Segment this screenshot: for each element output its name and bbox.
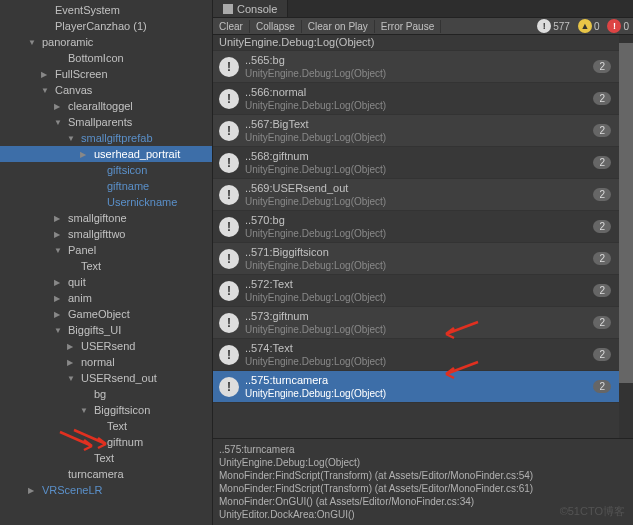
log-line-2: UnityEngine.Debug:Log(Object) [245,195,593,208]
hierarchy-row[interactable]: ▶smallgiftone [0,210,212,226]
hierarchy-row[interactable]: ▼USERsend_out [0,370,212,386]
log-line-1: ..567:BigText [245,118,593,131]
collapse-count-badge: 2 [593,220,611,233]
collapse-count-badge: 2 [593,92,611,105]
hierarchy-row[interactable]: giftnum [0,434,212,450]
hierarchy-row[interactable]: ▼panoramic [0,34,212,50]
expand-toggle[interactable]: ▶ [54,230,66,239]
hierarchy-row[interactable]: giftname [0,178,212,194]
hierarchy-row[interactable]: ▶clearalltoggel [0,98,212,114]
console-item[interactable]: !..566:normalUnityEngine.Debug:Log(Objec… [213,83,619,115]
console-scrollbar[interactable] [619,35,633,438]
hierarchy-row[interactable]: Text [0,418,212,434]
expand-toggle[interactable]: ▶ [41,70,53,79]
hierarchy-row[interactable]: ▼Smallparents [0,114,212,130]
warn-count[interactable]: ▲ 0 [574,19,604,33]
hierarchy-row[interactable]: Text [0,258,212,274]
hierarchy-row[interactable]: ▶quit [0,274,212,290]
hierarchy-row[interactable]: ▶USERsend [0,338,212,354]
collapse-count-badge: 2 [593,316,611,329]
expand-toggle[interactable]: ▼ [54,326,66,335]
hierarchy-item-label: FullScreen [53,68,108,80]
collapse-count-badge: 2 [593,252,611,265]
expand-toggle[interactable]: ▼ [67,134,79,143]
collapse-count-badge: 2 [593,188,611,201]
console-item[interactable]: !..569:USERsend_outUnityEngine.Debug:Log… [213,179,619,211]
hierarchy-item-label: USERsend_out [79,372,157,384]
console-item[interactable]: !..572:TextUnityEngine.Debug:Log(Object)… [213,275,619,307]
console-item[interactable]: !..571:BiggiftsiconUnityEngine.Debug:Log… [213,243,619,275]
expand-toggle[interactable]: ▼ [54,246,66,255]
console-item[interactable]: !..570:bgUnityEngine.Debug:Log(Object)2 [213,211,619,243]
hierarchy-row[interactable]: BottomIcon [0,50,212,66]
error-pause-button[interactable]: Error Pause [375,20,441,33]
expand-toggle[interactable]: ▼ [80,406,92,415]
hierarchy-item-label: anim [66,292,92,304]
hierarchy-row[interactable]: giftsicon [0,162,212,178]
expand-toggle[interactable]: ▶ [54,294,66,303]
hierarchy-item-label: Biggifts_UI [66,324,121,336]
hierarchy-row[interactable]: ▼Canvas [0,82,212,98]
hierarchy-row[interactable]: ▶userhead_portrait [0,146,212,162]
hierarchy-row[interactable]: ▼Biggifts_UI [0,322,212,338]
clear-button[interactable]: Clear [213,20,250,33]
expand-toggle[interactable]: ▼ [28,38,40,47]
hierarchy-panel[interactable]: EventSystemPlayerCanzhao (1)▼panoramicBo… [0,0,212,525]
hierarchy-row[interactable]: Text [0,450,212,466]
log-line-2: UnityEngine.Debug:Log(Object) [245,67,593,80]
log-info-icon: ! [219,153,239,173]
expand-toggle[interactable]: ▼ [54,118,66,127]
hierarchy-row[interactable]: ▼smallgiftprefab [0,130,212,146]
hierarchy-row[interactable]: turncamera [0,466,212,482]
hierarchy-row[interactable]: ▶normal [0,354,212,370]
log-line-1: ..566:normal [245,86,593,99]
hierarchy-row[interactable]: ▼Biggiftsicon [0,402,212,418]
info-count[interactable]: ! 577 [533,19,574,33]
hierarchy-row[interactable]: ▶FullScreen [0,66,212,82]
expand-toggle[interactable]: ▶ [54,102,66,111]
log-line-1: ..573:giftnum [245,310,593,323]
console-toolbar: Clear Collapse Clear on Play Error Pause… [213,18,633,35]
log-info-icon: ! [219,185,239,205]
hierarchy-row[interactable]: ▶anim [0,290,212,306]
expand-toggle[interactable]: ▶ [80,150,92,159]
console-item[interactable]: !..574:TextUnityEngine.Debug:Log(Object)… [213,339,619,371]
expand-toggle[interactable]: ▼ [41,86,53,95]
log-info-icon: ! [219,89,239,109]
hierarchy-row[interactable]: bg [0,386,212,402]
expand-toggle[interactable]: ▶ [54,214,66,223]
log-line-1: ..574:Text [245,342,593,355]
console-item[interactable]: !..568:giftnumUnityEngine.Debug:Log(Obje… [213,147,619,179]
hierarchy-item-label: Smallparents [66,116,132,128]
hierarchy-row[interactable]: ▶smallgifttwo [0,226,212,242]
expand-toggle[interactable]: ▶ [54,278,66,287]
hierarchy-row[interactable]: ▶VRSceneLR [0,482,212,498]
expand-toggle[interactable]: ▼ [67,374,79,383]
expand-toggle[interactable]: ▶ [67,342,79,351]
console-item[interactable]: !..565:bgUnityEngine.Debug:Log(Object)2 [213,51,619,83]
hierarchy-item-label: smallgiftone [66,212,127,224]
log-info-icon: ! [219,281,239,301]
log-line-1: ..568:giftnum [245,150,593,163]
expand-toggle[interactable]: ▶ [67,358,79,367]
collapse-count-badge: 2 [593,124,611,137]
console-item[interactable]: !..567:BigTextUnityEngine.Debug:Log(Obje… [213,115,619,147]
error-count[interactable]: ! 0 [603,19,633,33]
console-item[interactable]: !..575:turncameraUnityEngine.Debug:Log(O… [213,371,619,403]
hierarchy-row[interactable]: Usernickname [0,194,212,210]
console-item[interactable]: UnityEngine.Debug:Log(Object) [213,35,619,51]
hierarchy-item-label: Canvas [53,84,92,96]
hierarchy-row[interactable]: ▼Panel [0,242,212,258]
hierarchy-row[interactable]: EventSystem [0,2,212,18]
collapse-button[interactable]: Collapse [250,20,302,33]
console-list[interactable]: UnityEngine.Debug:Log(Object)!..565:bgUn… [213,35,619,438]
hierarchy-item-label: normal [79,356,115,368]
expand-toggle[interactable]: ▶ [28,486,40,495]
console-tab[interactable]: Console [213,0,288,17]
expand-toggle[interactable]: ▶ [54,310,66,319]
clear-on-play-button[interactable]: Clear on Play [302,20,375,33]
hierarchy-row[interactable]: PlayerCanzhao (1) [0,18,212,34]
error-icon: ! [607,19,621,33]
hierarchy-row[interactable]: ▶GameObject [0,306,212,322]
console-item[interactable]: !..573:giftnumUnityEngine.Debug:Log(Obje… [213,307,619,339]
